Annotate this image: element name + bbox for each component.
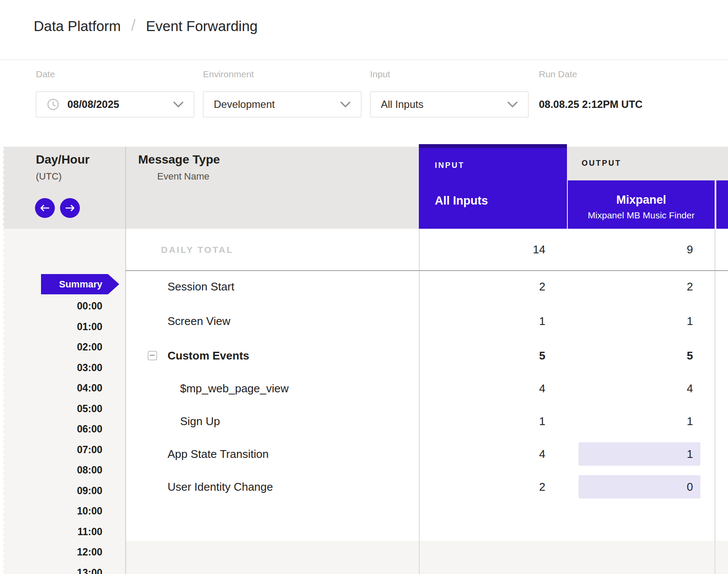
daily-total-label: DAILY TOTAL — [161, 229, 234, 271]
table-row: Sign Up 1 1 — [125, 409, 728, 433]
output-count-cell: 1 — [568, 309, 715, 333]
output-count-cell: 4 — [568, 376, 715, 401]
clock-icon — [47, 98, 60, 111]
output-section-label: OUTPUT — [582, 159, 621, 168]
event-name-cell: Sign Up — [180, 409, 220, 433]
chevron-down-icon — [507, 101, 518, 107]
daily-total-row: DAILY TOTAL 14 9 — [125, 229, 728, 271]
table-row: Screen View 1 1 — [125, 309, 728, 333]
input-dropdown[interactable]: All Inputs — [370, 91, 529, 117]
input-section-label: INPUT — [435, 161, 567, 170]
date-value: 08/08/2025 — [67, 98, 119, 110]
input-count-cell: 2 — [419, 274, 567, 299]
output-count-cell: 1 — [579, 442, 700, 466]
output-count-cell: 5 — [568, 344, 715, 368]
breadcrumb-section[interactable]: Data Platform — [34, 18, 121, 35]
hour-label[interactable]: 03:00 — [0, 362, 102, 374]
event-name-subheader: Event Name — [157, 171, 209, 182]
hour-label[interactable]: 04:00 — [0, 382, 102, 394]
hour-label[interactable]: 02:00 — [0, 341, 102, 353]
collapse-minus-icon[interactable] — [148, 351, 157, 360]
table-body: DAILY TOTAL 14 9 Summary 00:0001:0002:00… — [0, 229, 728, 574]
hour-label[interactable]: 05:00 — [0, 403, 102, 415]
arrow-left-icon — [40, 205, 50, 211]
output-count-cell: 0 — [579, 475, 700, 498]
event-forwarding-page: Data Platform / Event Forwarding Date 08… — [0, 0, 728, 574]
breadcrumb-page-title: Event Forwarding — [146, 18, 258, 35]
daily-total-input-value: 14 — [419, 229, 567, 271]
input-value: All Inputs — [381, 98, 424, 110]
event-name-cell: App State Transition — [168, 442, 269, 466]
table-row: Session Start 2 2 — [125, 274, 728, 299]
next-output-column-header[interactable] — [716, 180, 728, 229]
mixpanel-column-header[interactable]: Mixpanel Mixpanel MB Music Finder — [568, 180, 715, 229]
hour-label[interactable]: 09:00 — [0, 485, 102, 497]
input-column-title: All Inputs — [435, 194, 567, 208]
chevron-down-icon — [340, 101, 351, 107]
hour-label[interactable]: 08:00 — [0, 464, 102, 476]
table-row: Custom Events 5 5 — [125, 344, 728, 368]
top-bar: Data Platform / Event Forwarding — [0, 0, 728, 60]
filter-bar: Date 08/08/2025 Environment Development — [0, 60, 728, 147]
table-row: App State Transition 4 1 — [125, 442, 728, 466]
day-hour-header: Day/Hour — [36, 153, 89, 167]
hour-label[interactable]: 11:00 — [0, 526, 102, 538]
table-footer-band — [125, 541, 728, 574]
chevron-down-icon — [173, 101, 184, 107]
event-name-cell: Screen View — [168, 309, 231, 333]
run-date-value: 08.08.25 2:12PM UTC — [539, 91, 643, 117]
hour-label[interactable]: 10:00 — [0, 505, 102, 517]
input-count-cell: 1 — [419, 409, 567, 433]
message-type-header: Message Type — [138, 153, 220, 167]
breadcrumb-separator: / — [131, 16, 136, 35]
event-name-cell: Custom Events — [168, 344, 249, 368]
mixpanel-column-subtitle: Mixpanel MB Music Finder — [568, 210, 715, 221]
event-name-cell: Session Start — [168, 274, 234, 299]
hour-label[interactable]: 06:00 — [0, 423, 102, 435]
input-filter-label: Input — [370, 69, 390, 79]
next-day-button[interactable] — [60, 198, 80, 218]
input-column-header: INPUT All Inputs — [419, 144, 567, 229]
breadcrumb: Data Platform / Event Forwarding — [34, 17, 258, 35]
mixpanel-column-title: Mixpanel — [568, 193, 715, 207]
hour-label[interactable]: 07:00 — [0, 444, 102, 456]
input-count-cell: 1 — [419, 309, 567, 333]
minus-glyph — [150, 355, 155, 356]
hour-label[interactable]: 01:00 — [0, 321, 102, 333]
environment-dropdown[interactable]: Development — [203, 91, 361, 117]
previous-day-button[interactable] — [35, 198, 55, 218]
table-header: Day/Hour (UTC) Message Type Event Name I… — [0, 147, 728, 229]
output-count-cell: 2 — [568, 274, 715, 299]
run-date-label: Run Date — [539, 69, 577, 79]
table-row: User Identity Change 2 0 — [125, 475, 728, 499]
event-name-cell: $mp_web_page_view — [180, 376, 289, 401]
input-count-cell: 4 — [419, 442, 567, 466]
input-count-cell: 5 — [419, 344, 567, 368]
environment-value: Development — [214, 98, 275, 110]
daily-total-output-value: 9 — [568, 229, 715, 271]
hour-label[interactable]: 13:00 — [0, 567, 102, 574]
hour-label[interactable]: 00:00 — [0, 300, 102, 312]
day-hour-subtitle: (UTC) — [36, 171, 62, 182]
arrow-right-icon — [65, 205, 75, 211]
header-column-divider — [125, 147, 126, 229]
environment-filter-label: Environment — [203, 69, 254, 79]
output-count-cell: 1 — [568, 409, 715, 433]
input-count-cell: 2 — [419, 475, 567, 499]
hour-label[interactable]: 12:00 — [0, 546, 102, 558]
date-dropdown[interactable]: 08/08/2025 — [36, 91, 194, 117]
input-count-cell: 4 — [419, 376, 567, 401]
summary-tag[interactable]: Summary — [41, 274, 119, 294]
daily-total-divider — [125, 270, 728, 271]
table-row: $mp_web_page_view 4 4 — [125, 376, 728, 401]
event-name-cell: User Identity Change — [168, 475, 273, 499]
date-filter-label: Date — [36, 69, 55, 79]
